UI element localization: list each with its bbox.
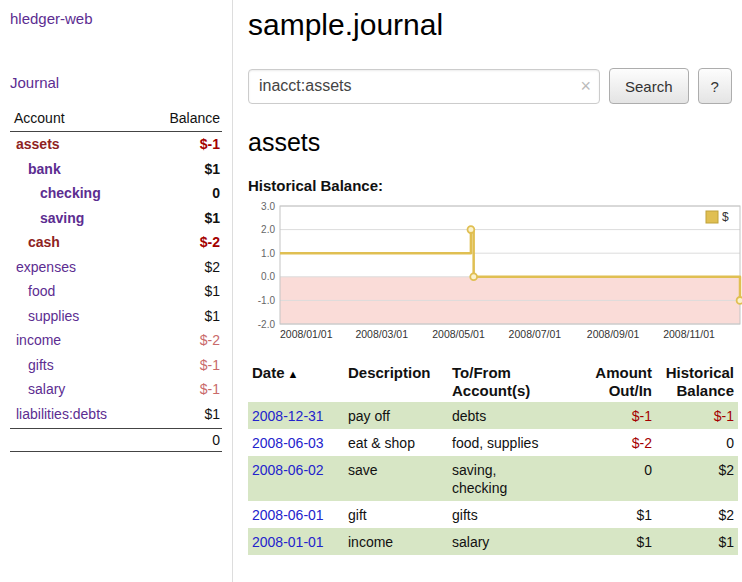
sidebar-account-link[interactable]: salary bbox=[10, 381, 65, 397]
column-header-accounts: To/From Account(s) bbox=[448, 362, 580, 402]
sidebar-account-row: gifts$-1 bbox=[10, 353, 222, 378]
accounts-tree: Account Balance assets$-1bank$1checking0… bbox=[10, 108, 222, 452]
svg-text:2008/03/01: 2008/03/01 bbox=[355, 328, 408, 340]
transaction-description-cell: gift bbox=[344, 501, 448, 528]
transaction-balance-cell: $2 bbox=[656, 501, 738, 528]
sidebar-item-journal[interactable]: Journal bbox=[10, 74, 59, 91]
chart-title: Historical Balance: bbox=[248, 177, 738, 194]
search-input[interactable] bbox=[248, 69, 600, 104]
sidebar-account-row: saving$1 bbox=[10, 206, 222, 231]
svg-text:2.0: 2.0 bbox=[261, 224, 275, 235]
date-header-label: Date bbox=[252, 364, 285, 381]
accounts-table-header: Account Balance bbox=[10, 108, 222, 132]
transaction-description-cell: save bbox=[344, 456, 448, 501]
transaction-accounts-cell: saving, checking bbox=[448, 456, 580, 501]
transaction-date-cell: 2008-12-31 bbox=[248, 402, 344, 429]
account-balance-value: $-1 bbox=[200, 136, 220, 152]
svg-text:3.0: 3.0 bbox=[261, 201, 275, 212]
account-balance-value: $-2 bbox=[200, 234, 220, 250]
search-button[interactable]: Search bbox=[609, 68, 689, 104]
search-form: × Search ? bbox=[248, 68, 738, 104]
transaction-date-cell: 2008-06-03 bbox=[248, 429, 344, 456]
svg-text:2008/05/01: 2008/05/01 bbox=[432, 328, 485, 340]
account-balance-value: $-1 bbox=[200, 381, 220, 397]
sidebar-account-link[interactable]: income bbox=[10, 332, 61, 348]
sidebar-account-link[interactable]: saving bbox=[10, 210, 84, 226]
transaction-accounts-cell: food, supplies bbox=[448, 429, 580, 456]
sidebar-account-link[interactable]: cash bbox=[10, 234, 60, 250]
sidebar-account-link[interactable]: food bbox=[10, 283, 55, 299]
transaction-balance-cell: $2 bbox=[656, 456, 738, 501]
help-button[interactable]: ? bbox=[698, 68, 732, 104]
transaction-balance-cell: $-1 bbox=[656, 402, 738, 429]
search-box: × bbox=[248, 69, 600, 104]
column-header-amount: Amount Out/In bbox=[580, 362, 656, 402]
transaction-date-cell: 2008-06-01 bbox=[248, 501, 344, 528]
accounts-total-row: 0 bbox=[10, 428, 222, 452]
column-header-balance: Historical Balance bbox=[656, 362, 738, 402]
svg-text:-1.0: -1.0 bbox=[258, 295, 276, 306]
transaction-balance-cell: $1 bbox=[656, 528, 738, 555]
accounts-header-account: Account bbox=[14, 110, 65, 126]
sidebar-account-link[interactable]: liabilities:debts bbox=[10, 406, 107, 422]
transaction-date-link[interactable]: 2008-12-31 bbox=[252, 408, 324, 424]
account-heading: assets bbox=[248, 128, 738, 157]
page-title: sample.journal bbox=[248, 8, 738, 42]
svg-text:2008/07/01: 2008/07/01 bbox=[509, 328, 562, 340]
sidebar-account-row: income$-2 bbox=[10, 328, 222, 353]
historical-balance-chart: $3.02.01.00.0-1.0-2.02008/01/012008/03/0… bbox=[248, 198, 738, 354]
svg-text:-2.0: -2.0 bbox=[258, 319, 276, 330]
accounts-header-balance: Balance bbox=[169, 110, 220, 126]
account-balance-value: $-2 bbox=[200, 332, 220, 348]
transaction-amount-cell: $-1 bbox=[580, 402, 656, 429]
sidebar-account-link[interactable]: checking bbox=[10, 185, 101, 201]
transaction-amount-cell: 0 bbox=[580, 456, 656, 501]
transaction-date-cell: 2008-06-02 bbox=[248, 456, 344, 501]
app-title-link[interactable]: hledger-web bbox=[10, 10, 93, 27]
transaction-accounts-cell: salary bbox=[448, 528, 580, 555]
clear-search-icon[interactable]: × bbox=[580, 75, 591, 97]
sidebar-account-link[interactable]: gifts bbox=[10, 357, 54, 373]
account-balance-value: $-1 bbox=[200, 357, 220, 373]
sidebar-account-link[interactable]: bank bbox=[10, 161, 61, 177]
account-balance-value: $1 bbox=[204, 308, 220, 324]
account-balance-value: 0 bbox=[212, 185, 220, 201]
transaction-amount-cell: $1 bbox=[580, 528, 656, 555]
transaction-date-link[interactable]: 2008-01-01 bbox=[252, 534, 324, 550]
sidebar-account-row: cash$-2 bbox=[10, 230, 222, 255]
sidebar-account-row: supplies$1 bbox=[10, 304, 222, 329]
main-content: sample.journal × Search ? assets Histori… bbox=[234, 0, 742, 582]
transaction-date-link[interactable]: 2008-06-01 bbox=[252, 507, 324, 523]
transaction-balance-cell: 0 bbox=[656, 429, 738, 456]
svg-text:2008/11/01: 2008/11/01 bbox=[663, 328, 715, 340]
account-balance-value: $1 bbox=[204, 161, 220, 177]
svg-text:1.0: 1.0 bbox=[261, 248, 275, 259]
column-header-date[interactable]: Date▲ bbox=[248, 362, 344, 402]
transaction-date-link[interactable]: 2008-06-03 bbox=[252, 435, 324, 451]
sidebar-account-row: salary$-1 bbox=[10, 377, 222, 402]
svg-text:0.0: 0.0 bbox=[261, 271, 275, 282]
account-balance-value: $1 bbox=[204, 283, 220, 299]
register-row: 2008-12-31pay offdebts$-1$-1 bbox=[248, 402, 738, 429]
sidebar-account-row: food$1 bbox=[10, 279, 222, 304]
register-row: 2008-06-02savesaving, checking0$2 bbox=[248, 456, 738, 501]
column-header-description: Description bbox=[344, 362, 448, 402]
sidebar-account-link[interactable]: assets bbox=[10, 136, 60, 152]
transaction-description-cell: pay off bbox=[344, 402, 448, 429]
transaction-date-link[interactable]: 2008-06-02 bbox=[252, 462, 324, 478]
accounts-total-value: 0 bbox=[212, 432, 220, 448]
register-row: 2008-06-03eat & shopfood, supplies$-20 bbox=[248, 429, 738, 456]
sidebar-account-row: checking0 bbox=[10, 181, 222, 206]
sidebar-account-link[interactable]: expenses bbox=[10, 259, 76, 275]
accounts-rows: assets$-1bank$1checking0saving$1cash$-2e… bbox=[10, 132, 222, 426]
transaction-amount-cell: $-2 bbox=[580, 429, 656, 456]
sidebar-account-link[interactable]: supplies bbox=[10, 308, 79, 324]
sort-ascending-icon: ▲ bbox=[288, 368, 299, 380]
register-row: 2008-01-01incomesalary$1$1 bbox=[248, 528, 738, 555]
account-balance-value: $1 bbox=[204, 210, 220, 226]
svg-text:2008/09/01: 2008/09/01 bbox=[587, 328, 640, 340]
balance-chart-svg: $3.02.01.00.0-1.0-2.02008/01/012008/03/0… bbox=[248, 198, 742, 350]
sidebar-account-row: bank$1 bbox=[10, 157, 222, 182]
transaction-accounts-cell: debts bbox=[448, 402, 580, 429]
register-table: Date▲ Description To/From Account(s) Amo… bbox=[248, 362, 738, 555]
